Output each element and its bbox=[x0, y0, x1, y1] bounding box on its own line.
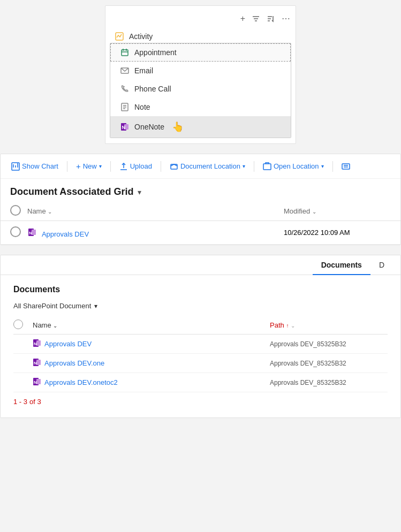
filter-icon[interactable] bbox=[252, 14, 260, 24]
doc-row1-path: Approvals DEV_85325B32 bbox=[270, 340, 388, 348]
menu-item-onenote[interactable]: N OneNote 👆 bbox=[110, 116, 291, 138]
doc-row3-link[interactable]: N Approvals DEV.onetoc2 bbox=[33, 377, 270, 387]
doc-header-name[interactable]: Name ⌄ bbox=[33, 321, 270, 329]
note-label: Note bbox=[134, 103, 150, 111]
sort-icon[interactable] bbox=[267, 14, 275, 24]
grid-title-row: Document Associated Grid ▾ bbox=[1, 179, 400, 202]
svg-rect-26 bbox=[342, 164, 350, 169]
svg-rect-7 bbox=[122, 50, 128, 56]
doc-row1-icon: N bbox=[33, 339, 41, 349]
doc-row2-link[interactable]: N Approvals DEV.one bbox=[33, 358, 270, 368]
doc-row-2: N Approvals DEV.one Approvals DEV_85325B… bbox=[13, 354, 388, 373]
sharepoint-filter[interactable]: All SharePoint Document ▾ bbox=[13, 302, 388, 310]
doc-row2-icon: N bbox=[33, 358, 41, 368]
tab-d-label: D bbox=[379, 261, 384, 269]
doc-name-label: Name bbox=[33, 321, 51, 329]
panel3-body: Documents All SharePoint Document ▾ Name… bbox=[1, 275, 400, 417]
doc-row1-link[interactable]: N Approvals DEV bbox=[33, 339, 270, 349]
upload-label: Upload bbox=[130, 162, 152, 170]
name-sort-icon: ⌄ bbox=[48, 209, 52, 215]
doc-row1-name: N Approvals DEV bbox=[33, 339, 270, 349]
activity-icon bbox=[115, 32, 124, 41]
document-location-label: Document Location bbox=[180, 162, 240, 170]
svg-text:N: N bbox=[34, 380, 37, 385]
row-checkbox bbox=[10, 226, 27, 239]
menu-item-appointment[interactable]: Appointment 📎 bbox=[110, 43, 291, 62]
phone-icon bbox=[120, 85, 129, 93]
table-row: N Approvals DEV 10/26/2022 10:09 AM bbox=[1, 221, 400, 245]
doc-path-sort-desc: ⌄ bbox=[291, 323, 295, 329]
row-name: N Approvals DEV bbox=[27, 227, 284, 238]
doc-loc-chevron-icon: ▾ bbox=[243, 163, 245, 169]
show-chart-button[interactable]: Show Chart bbox=[8, 160, 62, 173]
doc-footer-total: of 3 bbox=[29, 398, 41, 406]
grid-title-chevron-icon[interactable]: ▾ bbox=[138, 188, 141, 196]
header-modified[interactable]: Modified ⌄ bbox=[284, 207, 391, 215]
doc-grid-header: Name ⌄ Path ↑ ⌄ bbox=[13, 316, 388, 335]
cursor-hand: 👆 bbox=[172, 121, 184, 133]
add-icon[interactable]: + bbox=[240, 14, 245, 24]
doc-row2-name: N Approvals DEV.one bbox=[33, 358, 270, 368]
svg-text:N: N bbox=[34, 341, 37, 346]
doc-header-path[interactable]: Path ↑ ⌄ bbox=[270, 321, 388, 329]
tab-d[interactable]: D bbox=[370, 255, 393, 275]
new-chevron-icon: ▾ bbox=[99, 163, 102, 169]
separator1 bbox=[67, 161, 67, 172]
header-checkbox bbox=[10, 205, 27, 217]
show-chart-label: Show Chart bbox=[22, 162, 58, 170]
tab-documents-label: Documents bbox=[321, 261, 362, 269]
grid-title: Document Associated Grid bbox=[10, 186, 133, 197]
row-onenote-icon: N bbox=[27, 227, 37, 237]
onenote-label: OneNote bbox=[134, 123, 164, 131]
doc-footer-range: 1 - 3 bbox=[13, 398, 27, 406]
more-icon[interactable]: ⋯ bbox=[282, 13, 290, 24]
doc-footer: 1 - 3 of 3 bbox=[13, 392, 388, 408]
menu-item-phone-call[interactable]: Phone Call bbox=[110, 80, 291, 98]
doc-row1-name-text: Approvals DEV bbox=[44, 340, 92, 348]
row-select-checkbox[interactable] bbox=[10, 226, 21, 237]
upload-button[interactable]: Upload bbox=[116, 160, 155, 173]
new-label: New bbox=[83, 162, 97, 170]
new-button[interactable]: + New ▾ bbox=[73, 159, 105, 173]
doc-header-checkbox bbox=[13, 320, 33, 331]
svg-rect-25 bbox=[263, 164, 271, 170]
doc-name-sort-icon: ⌄ bbox=[53, 323, 57, 329]
more-options-button[interactable] bbox=[338, 160, 353, 173]
doc-row3-icon: N bbox=[33, 377, 41, 387]
doc-row2-name-text: Approvals DEV.one bbox=[44, 359, 104, 367]
open-location-label: Open Location bbox=[274, 162, 319, 170]
menu-item-email[interactable]: Email bbox=[110, 62, 291, 80]
svg-rect-33 bbox=[36, 340, 41, 346]
separator2 bbox=[110, 161, 111, 172]
new-plus-icon: + bbox=[76, 162, 81, 171]
documents-title: Documents bbox=[13, 285, 388, 294]
menu-item-note[interactable]: Note bbox=[110, 98, 291, 116]
document-location-button[interactable]: Document Location ▾ bbox=[167, 160, 248, 173]
svg-text:N: N bbox=[34, 361, 37, 366]
svg-rect-39 bbox=[36, 379, 41, 384]
filter-label: All SharePoint Document bbox=[13, 302, 91, 310]
activity-submenu: Appointment 📎 Email Phone Call bbox=[110, 43, 291, 138]
doc-row-1: N Approvals DEV Approvals DEV_85325B32 bbox=[13, 335, 388, 354]
tabs-spacer bbox=[8, 255, 313, 275]
doc-row-3: N Approvals DEV.onetoc2 Approvals DEV_85… bbox=[13, 373, 388, 392]
panel3-tabs: Documents D bbox=[1, 255, 400, 275]
select-all-checkbox[interactable] bbox=[10, 205, 21, 216]
open-location-button[interactable]: Open Location ▾ bbox=[260, 160, 327, 173]
row-modified: 10/26/2022 10:09 AM bbox=[284, 229, 391, 237]
email-label: Email bbox=[134, 66, 153, 75]
onenote-icon: N bbox=[120, 123, 129, 131]
doc-select-all[interactable] bbox=[13, 320, 23, 329]
grid-header: Name ⌄ Modified ⌄ bbox=[1, 202, 400, 221]
modified-column-label: Modified bbox=[284, 207, 310, 215]
doc-path-label: Path bbox=[270, 321, 284, 329]
tab-documents[interactable]: Documents bbox=[313, 255, 370, 275]
doc-path-sort-asc: ↑ bbox=[286, 323, 289, 329]
document-grid-toolbar: Show Chart + New ▾ Upload Document Locat… bbox=[1, 154, 400, 179]
header-name[interactable]: Name ⌄ bbox=[27, 207, 284, 215]
doc-row3-name-text: Approvals DEV.onetoc2 bbox=[44, 378, 118, 386]
activity-dropdown-panel: + ⋯ Activity bbox=[105, 5, 296, 144]
row-name-link[interactable]: Approvals DEV bbox=[42, 230, 89, 238]
svg-text:N: N bbox=[122, 125, 126, 130]
menu-item-activity[interactable]: Activity bbox=[105, 28, 296, 43]
